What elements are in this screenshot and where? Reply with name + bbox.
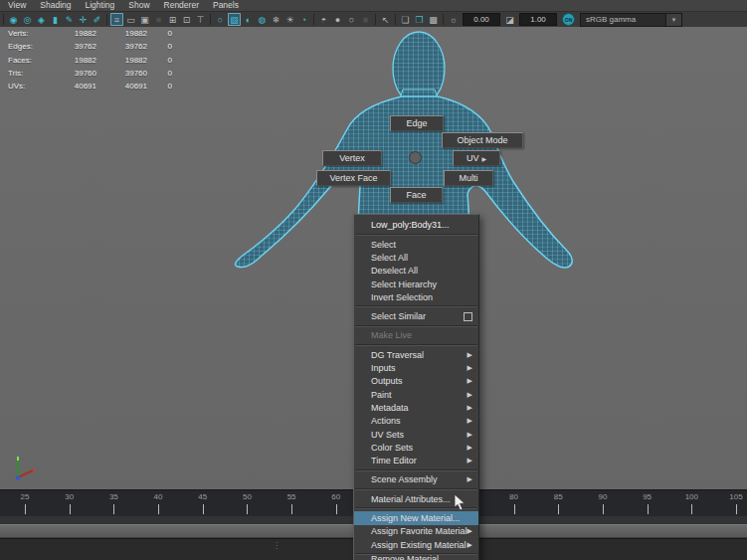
hud-stat-label: Edges: bbox=[8, 42, 50, 51]
menu-item-select-hierarchy[interactable]: Select Hierarchy bbox=[354, 278, 478, 290]
hud-stat-row: Verts:19882198820 bbox=[8, 27, 172, 40]
menu-item-outputs[interactable]: Outputs▶ bbox=[354, 375, 478, 388]
menu-item-select-all[interactable]: Select All bbox=[354, 251, 478, 264]
motion-blur-icon[interactable]: ◔ bbox=[297, 13, 310, 26]
menu-item-color-sets[interactable]: Color Sets▶ bbox=[354, 441, 478, 454]
context-menu-header: Low_poly:Body31... bbox=[354, 217, 478, 232]
timeline-frame-label: 35 bbox=[109, 492, 118, 501]
menu-shading[interactable]: Shading bbox=[40, 0, 71, 11]
mouse-cursor bbox=[454, 494, 467, 511]
marking-menu-label: Vertex Face bbox=[329, 173, 377, 183]
shadows-icon[interactable]: ◓ bbox=[317, 13, 330, 26]
grease-pencil-icon[interactable]: ✐ bbox=[91, 13, 103, 26]
menu-view[interactable]: View bbox=[8, 0, 26, 11]
texture-pattern-icon[interactable]: ▩ bbox=[427, 13, 440, 26]
view-transform-dropdown[interactable]: sRGB gamma ▼ bbox=[580, 13, 682, 27]
menu-item-select[interactable]: Select bbox=[354, 238, 478, 251]
menu-separator bbox=[355, 325, 477, 327]
marking-menu-vertex-face[interactable]: Vertex Face bbox=[316, 170, 391, 186]
menu-item-deselect-all[interactable]: Deselect All bbox=[354, 265, 478, 278]
wireframe-on-shaded-icon[interactable]: ◐ bbox=[242, 13, 255, 26]
shaded-cube-icon[interactable]: ▧ bbox=[228, 13, 241, 26]
depth-of-field-icon[interactable]: ■ bbox=[359, 13, 372, 26]
pane-splitter-handle[interactable]: ⋮ bbox=[273, 544, 277, 555]
chevron-down-icon[interactable]: ▼ bbox=[665, 14, 681, 26]
wireframe-sphere-icon[interactable]: ○ bbox=[214, 13, 227, 26]
menu-item-paint[interactable]: Paint▶ bbox=[354, 388, 478, 401]
hud-stat-row: Edges:39762397620 bbox=[8, 40, 172, 53]
lighting-display-icon[interactable]: ■ bbox=[152, 13, 165, 26]
xray-active-icon[interactable]: ❐ bbox=[413, 13, 426, 26]
isolate-select-icon[interactable]: ↖ bbox=[379, 13, 392, 26]
menu-item-label: Inputs bbox=[371, 363, 396, 373]
menu-separator bbox=[355, 469, 477, 471]
menu-item-uv-sets[interactable]: UV Sets▶ bbox=[354, 428, 478, 441]
gamma-field[interactable]: 1.00 bbox=[519, 13, 557, 26]
fullscreen-gate-icon[interactable]: ⊞ bbox=[166, 13, 179, 26]
exposure-field[interactable]: 0.00 bbox=[463, 13, 500, 26]
menu-panels[interactable]: Panels bbox=[213, 0, 239, 11]
gamma-icon: ◪ bbox=[503, 13, 516, 26]
camera-new-icon[interactable]: ◎ bbox=[21, 13, 34, 26]
menu-item-label: Select Hierarchy bbox=[371, 280, 437, 289]
menu-item-inputs[interactable]: Inputs▶ bbox=[354, 361, 478, 374]
wireframe-display-icon[interactable]: ≡ bbox=[110, 13, 123, 26]
timeline-tick-mark bbox=[25, 504, 26, 514]
menu-lighting[interactable]: Lighting bbox=[85, 0, 114, 11]
hud-stat-label: UVs: bbox=[8, 82, 50, 91]
marking-menu-uv[interactable]: UV▶ bbox=[453, 150, 500, 166]
panel-menu-bar: ViewShadingLightingShowRendererPanels bbox=[0, 0, 747, 11]
menu-renderer[interactable]: Renderer bbox=[164, 0, 199, 11]
menu-item-dg-traversal[interactable]: DG Traversal▶ bbox=[354, 348, 478, 361]
timeline-tick-mark bbox=[648, 504, 649, 514]
marking-menu-vertex[interactable]: Vertex bbox=[322, 150, 382, 166]
menu-item-scene-assembly[interactable]: Scene Assembly▶ bbox=[354, 473, 478, 486]
menu-item-assign-new-material[interactable]: Assign New Material... bbox=[354, 511, 478, 524]
marking-menu-face[interactable]: Face bbox=[390, 187, 443, 203]
marking-menu-object-mode[interactable]: Object Mode bbox=[442, 132, 523, 148]
menu-show[interactable]: Show bbox=[128, 0, 149, 11]
exposure-icon[interactable]: ☼ bbox=[447, 13, 460, 26]
menu-item-checkbox[interactable] bbox=[464, 312, 472, 321]
film-gate-icon[interactable]: ⊤ bbox=[194, 13, 207, 26]
submenu-arrow-icon: ▶ bbox=[467, 475, 472, 483]
menu-item-metadata[interactable]: Metadata▶ bbox=[354, 401, 478, 414]
camera-attributes-icon[interactable]: ◈ bbox=[35, 13, 48, 26]
menu-item-select-similar[interactable]: Select Similar bbox=[354, 309, 478, 322]
hud-stat-label: Tris: bbox=[8, 69, 50, 78]
image-plane-icon[interactable]: ✎ bbox=[63, 13, 76, 26]
marking-menu-edge[interactable]: Edge bbox=[390, 115, 444, 131]
menu-item-label: Paint bbox=[371, 390, 392, 400]
ambient-occlusion-icon[interactable]: ● bbox=[331, 13, 344, 26]
xray-icon[interactable]: ❏ bbox=[399, 13, 412, 26]
menu-item-invert-selection[interactable]: Invert Selection bbox=[354, 290, 478, 303]
menu-separator bbox=[355, 234, 477, 236]
anti-aliasing-icon[interactable]: ○ bbox=[345, 13, 358, 26]
timeline-tick-mark bbox=[336, 504, 337, 514]
timeline-tick-mark bbox=[113, 504, 114, 514]
menu-item-assign-existing-material[interactable]: Assign Existing Material▶ bbox=[354, 538, 478, 551]
shaded-display-icon[interactable]: ▭ bbox=[124, 13, 137, 26]
marking-menu-multi[interactable]: Multi bbox=[444, 170, 493, 186]
menu-item-actions[interactable]: Actions▶ bbox=[354, 415, 478, 428]
color-management-on-badge[interactable]: ON bbox=[562, 13, 575, 26]
toolbar-divider bbox=[3, 14, 4, 25]
menu-item-assign-favorite-material[interactable]: Assign Favorite Material▶ bbox=[354, 525, 478, 538]
menu-separator bbox=[355, 344, 477, 346]
two-d-pan-zoom-icon[interactable]: ✛ bbox=[77, 13, 90, 26]
resolution-gate-icon[interactable]: ⊡ bbox=[180, 13, 193, 26]
camera-icon[interactable]: ◉ bbox=[7, 13, 20, 26]
marking-menu-label: Multi bbox=[459, 173, 477, 183]
textured-sphere-icon[interactable]: ◍ bbox=[256, 13, 269, 26]
submenu-arrow-icon: ▶ bbox=[481, 155, 486, 162]
textured-display-icon[interactable]: ▣ bbox=[138, 13, 151, 26]
menu-separator bbox=[355, 488, 477, 490]
maya-viewport-panel: ViewShadingLightingShowRendererPanels ◉◎… bbox=[0, 0, 747, 560]
timeline-frame-label: 105 bbox=[729, 492, 742, 501]
use-all-lights-icon[interactable]: ❄ bbox=[270, 13, 282, 26]
menu-item-time-editor[interactable]: Time Editor▶ bbox=[354, 454, 478, 467]
hud-stat-value: 0 bbox=[147, 82, 172, 91]
default-light-icon[interactable]: ☀ bbox=[283, 13, 296, 26]
bookmark-icon[interactable]: ▮ bbox=[49, 13, 62, 26]
hud-stat-value: 40691 bbox=[96, 82, 147, 91]
